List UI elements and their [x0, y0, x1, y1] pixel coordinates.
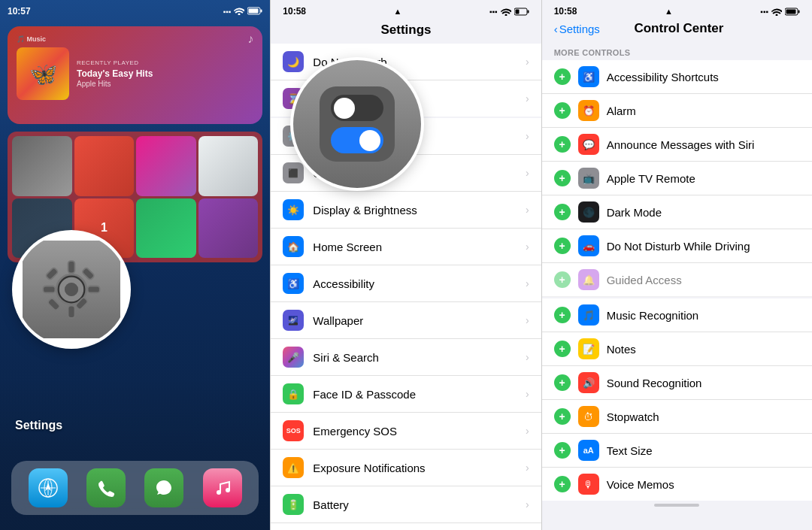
list-item[interactable]: ✋ Privacy › — [271, 523, 541, 530]
battery2-label: Battery — [313, 498, 526, 511]
list-item[interactable]: + 🔊 Sound Recognition — [542, 366, 812, 400]
add-voicememo-btn[interactable]: + — [554, 476, 571, 492]
stopwatch-label: Stopwatch — [607, 410, 800, 423]
accessibility-icon: ♿ — [287, 278, 299, 289]
music-rec-icon-box: 🎵 — [578, 304, 599, 326]
panel-settings: 10:58 ▲ ▪▪▪ Settings 🌙 Do Not Disturb › … — [271, 0, 541, 530]
screentime-chevron: › — [526, 92, 529, 104]
list-item[interactable]: 🎤 Siri & Search › — [271, 339, 541, 376]
toggle-icon — [320, 86, 395, 162]
list-item[interactable]: 🏠 Home Screen › — [271, 229, 541, 265]
list-item[interactable]: 🌌 Wallpaper › — [271, 302, 541, 339]
add-alarm-btn[interactable]: + — [554, 102, 571, 119]
p2-wifi-icon — [501, 8, 511, 16]
wallpaper-icon: 🌌 — [288, 316, 298, 326]
list-item[interactable]: 🔋 Battery › — [271, 486, 541, 523]
voicememo-icon-box: 🎙 — [578, 474, 599, 495]
app-thumb-1[interactable] — [12, 136, 72, 196]
back-button[interactable]: ‹ Settings — [554, 23, 600, 35]
add-darkmode-btn[interactable]: + — [554, 204, 571, 220]
announce-icon-box: 💬 — [578, 134, 599, 155]
list-item[interactable]: + ⏱ Stopwatch — [542, 400, 812, 434]
p3-location-icon: ▲ — [665, 7, 673, 16]
settings-app-label: Settings — [15, 419, 62, 432]
settings-list-2: ⚙️ General › ⬛ Control Center › ☀️ Displ… — [271, 118, 541, 530]
add-partial-btn[interactable]: + — [554, 271, 571, 288]
time-2: 10:58 — [283, 6, 306, 17]
p3-battery-icon — [785, 8, 800, 16]
svg-rect-9 — [45, 267, 59, 280]
add-announce-btn[interactable]: + — [554, 136, 571, 153]
list-item[interactable]: + 🔔 Guided Access — [542, 263, 812, 297]
add-sound-rec-btn[interactable]: + — [554, 374, 571, 391]
list-item[interactable]: + 🎵 Music Recognition — [542, 298, 812, 332]
music-widget[interactable]: 🎵 Music 🦋 RECENTLY PLAYED Today's Easy H… — [8, 26, 262, 124]
add-accessibility-btn[interactable]: + — [554, 68, 571, 85]
list-item[interactable]: ♿ Accessibility › — [271, 265, 541, 302]
list-item[interactable]: 🔒 Face ID & Passcode › — [271, 376, 541, 413]
list-item[interactable]: + aA Text Size — [542, 434, 812, 468]
dock-phone[interactable] — [86, 468, 126, 507]
app-thumb-4[interactable] — [198, 136, 259, 196]
list-item[interactable]: + 💬 Announce Messages with Siri — [542, 128, 812, 162]
magnify-content — [293, 60, 421, 188]
p2-battery-icon — [514, 8, 529, 16]
settings-icon-inner — [23, 241, 120, 338]
siri-label: Siri & Search — [313, 351, 526, 364]
app-thumb-2[interactable] — [74, 136, 135, 196]
announce-icon: 💬 — [583, 139, 595, 150]
list-item[interactable]: + 🎙 Voice Memos — [542, 468, 812, 501]
svg-rect-5 — [68, 261, 75, 273]
recently-played-label: RECENTLY PLAYED — [77, 59, 153, 66]
alarm-icon-box: ⏰ — [578, 100, 599, 121]
list-item[interactable]: ☀️ Display & Brightness › — [271, 192, 541, 229]
list-item[interactable]: + ♿ Accessibility Shortcuts — [542, 60, 812, 94]
sos-label: Emergency SOS — [313, 425, 526, 438]
add-music-rec-btn[interactable]: + — [554, 307, 571, 323]
music-rec-label: Music Recognition — [607, 309, 800, 322]
add-dnddriving-btn[interactable]: + — [554, 238, 571, 254]
p2-location-icon: ▲ — [394, 7, 402, 16]
dock-messages[interactable] — [144, 468, 183, 507]
add-notes-btn[interactable]: + — [554, 341, 571, 357]
svg-point-20 — [226, 488, 230, 492]
svg-point-19 — [217, 490, 221, 495]
list-item[interactable]: ⚠️ Exposure Notifications › — [271, 450, 541, 486]
app-thumb-7[interactable] — [136, 198, 196, 259]
home-screen-label: Home Screen — [313, 241, 526, 253]
cc-icon-box: ⬛ — [283, 162, 304, 183]
svg-rect-8 — [88, 286, 100, 293]
announce-label: Announce Messages with Siri — [607, 138, 800, 151]
cc-icon: ⬛ — [288, 168, 298, 178]
dock-music[interactable] — [203, 468, 242, 507]
add-textsize-btn[interactable]: + — [554, 442, 571, 459]
exposure-icon: ⚠️ — [287, 462, 299, 474]
app-thumb-3[interactable] — [136, 136, 196, 196]
list-item[interactable]: + 🚗 Do Not Disturb While Driving — [542, 229, 812, 263]
sound-rec-icon-box: 🔊 — [578, 372, 599, 393]
list-item[interactable]: + 🌑 Dark Mode — [542, 195, 812, 229]
dnd-icon-box: 🌙 — [283, 51, 304, 72]
list-item[interactable]: 🌙 Do Not Disturb › — [271, 44, 541, 80]
list-item[interactable]: + 📝 Notes — [542, 332, 812, 366]
status-bar-1: 10:57 ▪▪▪ — [8, 6, 262, 17]
panel-iphone-home: 10:57 ▪▪▪ 🎵 Music 🦋 RECENTLY PLAYED Toda… — [0, 0, 271, 530]
p2-status-icons: ▪▪▪ — [489, 8, 529, 16]
list-item[interactable]: + 📺 Apple TV Remote — [542, 162, 812, 195]
list-item[interactable]: SOS Emergency SOS › — [271, 413, 541, 450]
siri-icon-box: 🎤 — [283, 347, 304, 368]
album-art: 🦋 — [17, 47, 69, 100]
cc-title: Control Center — [603, 21, 755, 36]
dock-safari[interactable] — [29, 468, 68, 507]
alarm-label: Alarm — [607, 104, 800, 117]
svg-rect-22 — [527, 10, 529, 13]
faceid-icon: 🔒 — [287, 389, 299, 400]
faceid-icon-box: 🔒 — [283, 383, 304, 404]
voicememo-icon: 🎙 — [583, 479, 593, 490]
app-thumb-8[interactable] — [198, 198, 259, 259]
list-item[interactable]: + ⏰ Alarm — [542, 94, 812, 128]
exposure-label: Exposure Notifications — [313, 462, 526, 474]
add-appletv-btn[interactable]: + — [554, 170, 571, 186]
accessibility-icon-box: ♿ — [283, 273, 304, 294]
add-stopwatch-btn[interactable]: + — [554, 408, 571, 425]
